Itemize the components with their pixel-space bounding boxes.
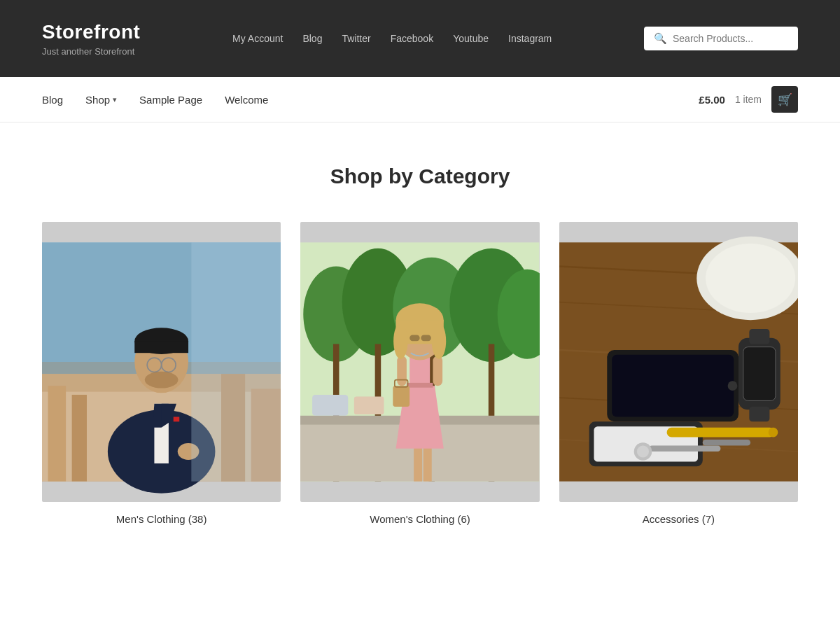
category-card-accessories[interactable]: Accessories (7) [559,222,798,525]
search-icon: 🔍 [654,32,667,45]
youtube-link[interactable]: Youtube [453,33,489,44]
accessories-label: Accessories (7) [643,513,715,525]
svg-point-51 [393,323,407,359]
instagram-link[interactable]: Instagram [508,33,552,44]
category-card-mens[interactable]: Men's Clothing (38) [42,222,281,525]
svg-rect-72 [749,407,769,421]
svg-rect-76 [702,440,750,446]
svg-point-74 [768,428,778,438]
shop-link[interactable]: Shop [85,94,110,106]
main-content: Shop by Category [0,122,840,581]
main-navigation: Blog Shop ▾ Sample Page Welcome [42,94,268,106]
svg-rect-43 [407,383,433,388]
top-navigation: My Account Blog Twitter Facebook Youtube… [232,33,552,44]
svg-rect-17 [134,341,188,353]
svg-rect-38 [354,396,384,414]
svg-rect-73 [666,428,774,438]
womens-clothing-label: Women's Clothing (6) [370,513,470,525]
svg-rect-54 [421,335,432,342]
svg-rect-14 [174,417,180,422]
site-title: Storefront [42,21,140,43]
svg-point-78 [637,445,649,457]
my-account-link[interactable]: My Account [232,33,283,44]
cart-icon: 🛒 [778,92,792,107]
chevron-down-icon: ▾ [113,95,117,104]
category-card-womens[interactable]: Women's Clothing (6) [300,222,539,525]
womens-clothing-image [300,222,539,502]
cart-count: 1 item [735,94,762,105]
svg-rect-24 [191,242,281,481]
svg-point-65 [727,381,737,391]
svg-rect-75 [649,445,720,451]
svg-rect-37 [312,395,348,416]
svg-rect-69 [743,347,775,401]
section-title: Shop by Category [42,164,798,188]
mens-clothing-image [42,222,281,502]
svg-point-62 [706,244,795,313]
svg-rect-39 [414,445,422,481]
cart-button[interactable]: 🛒 [771,86,798,113]
search-box[interactable]: 🔍 [644,27,798,50]
shop-dropdown[interactable]: Shop ▾ [85,94,117,106]
svg-point-21 [145,372,178,388]
site-tagline: Just another Storefront [42,46,140,57]
mens-clothing-label: Men's Clothing (38) [116,513,207,525]
svg-rect-40 [424,445,432,481]
site-branding: Storefront Just another Storefront [42,21,140,57]
svg-rect-4 [72,395,87,482]
cart-area[interactable]: £5.00 1 item 🛒 [699,86,798,113]
nav-bar: Blog Shop ▾ Sample Page Welcome £5.00 1 … [0,77,840,122]
sample-page-link[interactable]: Sample Page [139,94,202,106]
top-blog-link[interactable]: Blog [302,33,322,44]
svg-rect-71 [749,329,769,344]
accessories-image [559,222,798,502]
blog-link[interactable]: Blog [42,94,63,106]
cart-total: £5.00 [699,94,725,106]
search-input[interactable] [673,33,788,44]
svg-rect-44 [398,356,407,386]
svg-rect-53 [410,335,420,342]
facebook-link[interactable]: Facebook [391,33,433,44]
category-grid: Men's Clothing (38) [42,222,798,525]
svg-rect-46 [393,386,410,407]
svg-rect-64 [612,355,734,417]
top-bar: Storefront Just another Storefront My Ac… [0,0,840,77]
svg-point-52 [432,323,446,359]
svg-rect-3 [48,386,66,482]
twitter-link[interactable]: Twitter [342,33,370,44]
welcome-link[interactable]: Welcome [225,94,268,106]
svg-rect-45 [433,356,443,386]
